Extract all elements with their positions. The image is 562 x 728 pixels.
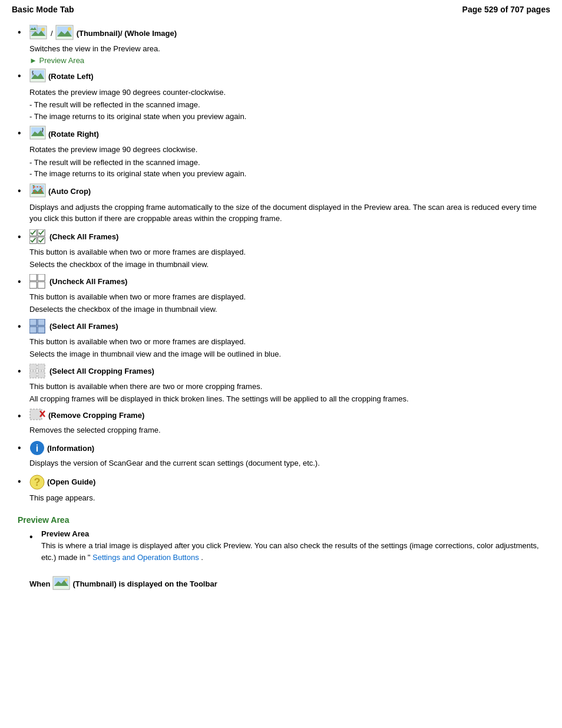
bullet-dot: • [18,475,29,488]
item-header: i (Information) [29,440,544,456]
item-header: (Check All Frames) [29,229,544,245]
thumbnail-toolbar-label: When (Thumbnail) is displayed on the Too… [29,576,544,591]
svg-rect-28 [29,274,37,281]
sub-list-item: • Preview Area This is where a trial ima… [29,529,544,564]
preview-area-desc: This is where a trial image is displayed… [41,540,544,563]
list-item: • (Check All Frames) This button is avai… [18,229,544,271]
item-desc-information: Displays the version of ScanGear and the… [29,457,544,469]
page-number: Page 529 of 707 pages [462,5,550,14]
list-item: • (Rotate Left) Rotates the preview imag… [18,68,544,123]
list-item: • (Auto Crop) Displays and adjusts the c… [18,183,544,226]
svg-text:?: ? [34,476,41,488]
open-guide-icon: ? [29,474,45,490]
item-header: (Select All Frames) [29,319,544,334]
select-all-cropping-icon [29,364,47,379]
bullet-dot: • [18,70,29,83]
item-note-uncheck-frames: Deselects the checkbox of the image in t… [29,304,544,315]
list-item: • (Select All Cropping Frames) This butt… [18,364,544,405]
item-desc-auto-crop: Displays and adjusts the cropping frame … [29,202,544,225]
item-desc-rotate-left: Rotates the preview image 90 degrees cou… [29,87,544,98]
item-content: i (Information) Displays the version of … [29,440,544,470]
item-desc-rotate-right: Rotates the preview image 90 degrees clo… [29,144,544,156]
svg-rect-34 [29,327,37,333]
whole-image-icon [55,25,74,41]
select-all-frames-icon [29,319,47,334]
item-desc-check-frames: This button is available when two or mor… [29,246,544,258]
toolbar-thumbnail-icon [52,576,70,591]
item-desc-remove-crop: Removes the selected cropping frame. [29,424,544,436]
item-content: (Check All Frames) This button is availa… [29,229,544,271]
svg-rect-31 [38,282,45,288]
item-note-rotate-left-1: - The result will be reflected in the sc… [29,99,544,111]
item-desc-open-guide: This page appears. [29,492,544,504]
item-label-rotate-left: (Rotate Left) [48,72,94,81]
uncheck-all-frames-icon [29,274,47,289]
item-label-select-frames: (Select All Frames) [49,322,118,331]
item-label-auto-crop: (Auto Crop) [48,187,91,196]
svg-point-3 [41,28,45,31]
rotate-left-icon [29,68,46,85]
item-desc-thumbnail: Switches the view in the Preview area. [29,43,544,55]
item-note-check-frames: Selects the checkbox of the image in thu… [29,259,544,271]
page-title: Basic Mode Tab [12,5,74,14]
item-header: / (Thumbnail)/ (Whole Image) [29,25,544,41]
svg-rect-29 [38,274,45,281]
preview-area-link[interactable]: Preview Area [39,56,85,65]
arrow-icon: ► [29,56,37,65]
item-content: (Select All Cropping Frames) This button… [29,364,544,405]
item-note-select-crop: All cropping frames will be displayed in… [29,393,544,405]
page-header: Basic Mode Tab Page 529 of 707 pages [0,0,562,19]
item-note-rotate-right-2: - The image returns to its original stat… [29,168,544,180]
item-header: (Select All Cropping Frames) [29,364,544,379]
item-content: (Auto Crop) Displays and adjusts the cro… [29,183,544,226]
bullet-dot: • [18,230,29,243]
thumbnail-icon [29,25,48,41]
bullet-dot: • [18,275,29,288]
bullet-dot: • [18,185,29,197]
bullet-dot: • [18,26,29,39]
list-item: • (Rotate Right) Rotates the preview ima… [18,126,544,180]
preview-area-heading: Preview Area [18,515,544,525]
item-header: (Rotate Left) [29,68,544,85]
thumbnail-toolbar-text: (Thumbnail) is displayed on the Toolbar [72,579,217,588]
item-content: (Rotate Right) Rotates the preview image… [29,126,544,180]
slash-separator: / [51,29,53,38]
settings-operation-link[interactable]: Settings and Operation Buttons [92,553,199,562]
bullet-dot: • [18,410,29,423]
item-content: (Uncheck All Frames) This button is avai… [29,274,544,315]
rotate-right-icon [29,126,46,142]
thumbnail-toolbar-section: When (Thumbnail) is displayed on the Too… [18,576,544,591]
bullet-dot: • [18,442,29,454]
preview-area-content: Preview Area This is where a trial image… [41,529,544,564]
item-content: ? (Open Guide) This page appears. [29,474,544,505]
svg-rect-32 [29,319,37,325]
when-label: When [29,579,50,588]
item-content: (Remove Cropping Frame) Removes the sele… [29,409,544,437]
svg-point-10 [68,27,71,31]
item-label-thumbnail: (Thumbnail)/ (Whole Image) [77,29,177,38]
item-header: (Rotate Right) [29,126,544,142]
preview-area-sub-label: Preview Area [41,529,89,538]
item-label-uncheck-frames: (Uncheck All Frames) [49,277,127,286]
item-note-rotate-left-2: - The image returns to its original stat… [29,111,544,123]
bullet-dot: • [18,127,29,140]
check-all-frames-icon [29,229,47,245]
item-label-rotate-right: (Rotate Right) [48,130,99,139]
list-item: • ? (Open Guide) This page appears. [18,474,544,505]
list-item: • (Remove Cropping Frame) Removes the se… [18,409,544,437]
item-link-thumbnail[interactable]: ► Preview Area [29,56,544,65]
svg-rect-40 [30,409,42,420]
preview-desc-text2: . [201,553,203,562]
list-item: • i (Information) Displays the version o… [18,440,544,470]
list-item: • / [18,25,544,65]
item-label-information: (Information) [47,444,94,453]
svg-rect-39 [38,371,45,378]
item-desc-select-frames: This button is available when two or mor… [29,336,544,348]
item-content: (Select All Frames) This button is avail… [29,319,544,360]
svg-point-50 [65,579,68,582]
item-label-open-guide: (Open Guide) [47,477,95,486]
item-header: (Auto Crop) [29,183,544,200]
svg-rect-35 [38,327,45,333]
svg-rect-37 [38,364,45,370]
svg-rect-33 [38,319,45,325]
